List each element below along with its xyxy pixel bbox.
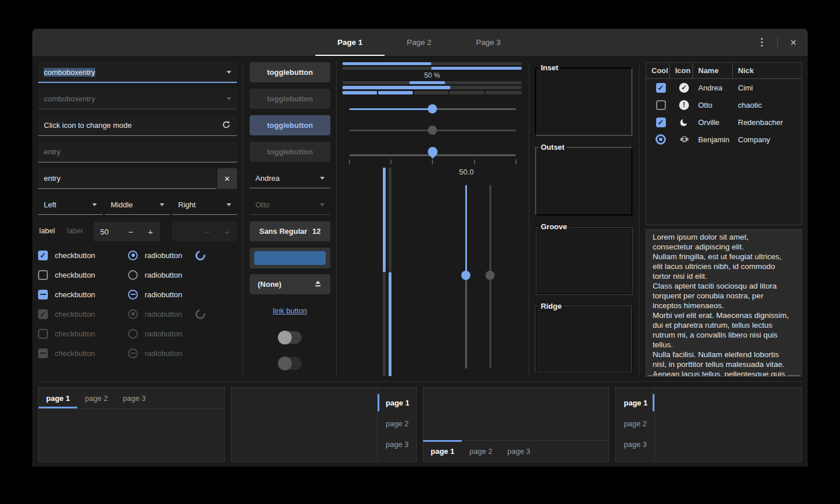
align-combo-middle[interactable]: Middle — [105, 195, 170, 215]
table-row[interactable]: ✓ Orville Redenbacher — [646, 113, 801, 131]
nb-tab-label: page 2 — [85, 394, 108, 403]
comboboxentry-input[interactable]: comboboxentry — [38, 62, 237, 83]
vprogressbar-down — [383, 168, 386, 376]
hscale-marks[interactable] — [342, 147, 522, 166]
textview[interactable]: Lorem ipsum dolor sit amet, consectetur … — [646, 229, 802, 377]
radio-indeterminate[interactable] — [128, 290, 138, 300]
comboboxentry-selected-text: comboboxentry — [44, 68, 95, 77]
chevron-down-icon[interactable] — [227, 71, 231, 74]
hscale-pin-knob[interactable] — [425, 145, 439, 158]
vscale[interactable] — [461, 185, 470, 369]
nb-tab-page-2[interactable]: page 2 — [378, 413, 416, 434]
notebook-tab-column: page 1 page 2 page 3 — [377, 388, 416, 461]
color-button[interactable] — [250, 248, 330, 268]
nb-tab-page-1[interactable]: page 1 — [423, 441, 462, 461]
close-icon[interactable]: ✕ — [786, 38, 801, 47]
clear-entry-icon[interactable]: ✕ — [217, 168, 237, 189]
checkbox-unchecked[interactable] — [656, 100, 666, 110]
nb-tab-page-2[interactable]: page 2 — [77, 388, 115, 408]
togglebutton-disabled: togglebutton — [250, 89, 330, 109]
nb-tab-page-3[interactable]: page 3 — [115, 388, 153, 408]
table-row[interactable]: Benjamin Company — [646, 131, 801, 148]
progressbar-activity — [342, 81, 522, 84]
switch-knob[interactable] — [278, 331, 292, 344]
table-row[interactable]: ✓ ✓ Andrea Cimi — [646, 79, 801, 96]
nb-tab-page-1[interactable]: page 1 — [378, 392, 416, 413]
vscale-knob — [485, 271, 495, 280]
spinner-icon-disabled — [194, 307, 208, 321]
cell-name: Orville — [693, 118, 733, 127]
mode-entry[interactable]: Click icon to change mode — [38, 115, 237, 136]
column-header-nick[interactable]: Nick — [733, 63, 801, 78]
togglebutton[interactable]: togglebutton — [250, 62, 330, 82]
checkbox-checked[interactable]: ✓ — [656, 118, 666, 127]
togglebutton-active[interactable]: togglebutton — [250, 115, 330, 135]
vscale-knob[interactable] — [461, 271, 470, 280]
nb-tab-page-3[interactable]: page 3 — [616, 434, 654, 454]
column-header-name[interactable]: Name — [693, 63, 733, 78]
radiobutton-label: radiobutton — [145, 310, 195, 319]
nb-tab-label: page 1 — [386, 399, 409, 407]
comboboxentry-disabled-text: comboboxentry — [44, 94, 95, 103]
entry-clearable[interactable]: entry — [38, 168, 216, 189]
radiobutton-label: radiobutton — [145, 251, 195, 260]
align-combo-left[interactable]: Left — [38, 195, 103, 215]
checkbox-indeterminate[interactable] — [38, 290, 48, 300]
menu-kebab-icon[interactable] — [754, 35, 769, 50]
header-separator — [777, 37, 778, 48]
table-row[interactable]: ! Otto chaotic — [646, 96, 801, 113]
nb-tab-page-1[interactable]: page 1 — [616, 392, 654, 413]
tab-page-2[interactable]: Page 2 — [385, 29, 454, 56]
spin-minus-icon[interactable]: − — [121, 227, 141, 237]
tab-page-3[interactable]: Page 3 — [454, 29, 523, 56]
entry-placeholder[interactable]: entry — [38, 142, 237, 162]
checkbutton-label: checkbutton — [55, 329, 111, 338]
refresh-icon[interactable] — [221, 120, 231, 131]
progressbar-activity-pulse — [409, 81, 445, 84]
column-header-cool[interactable]: Cool — [646, 63, 670, 78]
nb-tab-page-2[interactable]: page 2 — [462, 441, 500, 461]
frame-inset: Inset — [535, 67, 632, 136]
cell-name: Andrea — [693, 84, 733, 92]
radio-selected[interactable] — [656, 134, 666, 145]
vprogressbar-up — [389, 168, 391, 376]
column-separator — [243, 62, 243, 378]
nb-tab-page-1[interactable]: page 1 — [39, 388, 77, 408]
tab-page-1[interactable]: Page 1 — [315, 29, 385, 56]
chevron-down-icon — [227, 97, 231, 100]
spin-plus-icon[interactable]: + — [141, 227, 160, 237]
hscale-knob[interactable] — [428, 104, 437, 113]
name-combobox-disabled-value: Otto — [255, 200, 270, 209]
spinner-icon — [194, 248, 208, 262]
chevron-down-icon — [92, 203, 97, 206]
checkbox-checked[interactable]: ✓ — [38, 251, 48, 260]
progressbar-rtl-fill — [431, 67, 522, 70]
entry-placeholder-text: entry — [44, 147, 61, 156]
radio-unselected[interactable] — [128, 270, 138, 280]
entry-clearable-text: entry — [44, 174, 61, 183]
radio-selected[interactable] — [128, 251, 138, 260]
horizontal-scrollbar[interactable] — [646, 374, 801, 376]
nb-tab-page-3[interactable]: page 3 — [378, 434, 416, 454]
checkbox-unchecked[interactable] — [38, 270, 48, 280]
nb-tab-page-3[interactable]: page 3 — [500, 441, 538, 461]
align-combo-left-value: Left — [44, 200, 56, 209]
content-separator — [38, 381, 802, 382]
nb-tab-page-2[interactable]: page 2 — [616, 413, 654, 434]
spinbutton[interactable]: 50 − + — [93, 222, 160, 241]
cell-name: Benjamin — [693, 135, 733, 144]
nb-tab-label: page 3 — [386, 440, 409, 449]
hscale[interactable] — [342, 103, 522, 115]
checkbox-unchecked-disabled — [38, 329, 48, 339]
font-button[interactable]: Sans Regular 12 — [250, 221, 330, 241]
name-combobox[interactable]: Andrea — [250, 168, 330, 188]
radio-unselected-disabled — [128, 329, 138, 339]
switch-off[interactable] — [278, 331, 302, 344]
align-combo-right[interactable]: Right — [172, 195, 237, 215]
checkbox-checked[interactable]: ✓ — [656, 83, 666, 93]
column-header-icon[interactable]: Icon — [670, 63, 693, 78]
file-chooser-button[interactable]: (None) — [250, 274, 330, 294]
progressbar-rtl — [342, 67, 522, 70]
link-button[interactable]: link button — [273, 306, 307, 315]
hscale-disabled — [342, 124, 522, 137]
